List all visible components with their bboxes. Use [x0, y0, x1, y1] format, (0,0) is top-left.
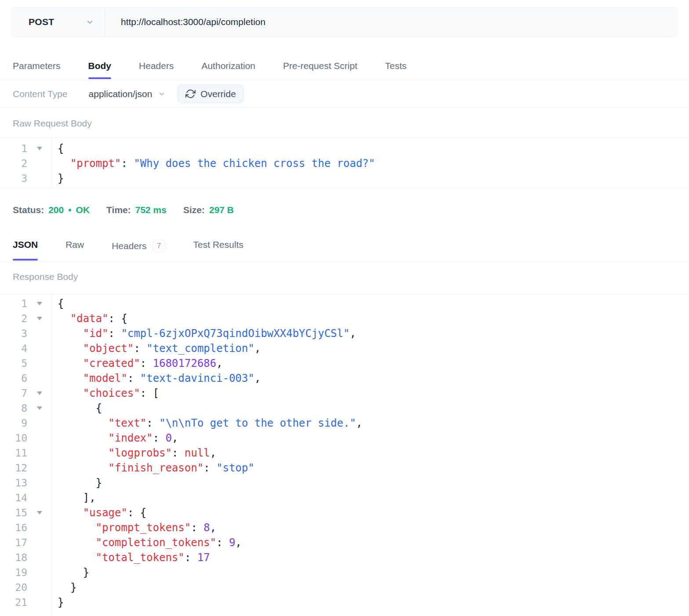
code-text: "total_tokens": 17 [51, 551, 210, 564]
tab-authorization[interactable]: Authorization [201, 37, 255, 80]
code-text: "usage": { [51, 507, 146, 519]
size-label: Size: [183, 205, 205, 215]
code-line: 16 "prompt_tokens": 8, [0, 520, 689, 535]
line-number: 10 [0, 432, 27, 444]
line-number: 2 [0, 313, 27, 324]
fold-slot [27, 147, 51, 150]
code-line: 17 "completion_tokens": 9, [0, 535, 689, 550]
tab-response-headers[interactable]: Headers 7 [112, 215, 165, 261]
line-number: 5 [0, 358, 27, 369]
line-number: 12 [0, 462, 27, 474]
url-input[interactable]: http://localhost:3000/api/completion [105, 17, 678, 27]
status-code: 200 [48, 205, 64, 215]
line-number: 21 [0, 597, 27, 608]
code-text: { [51, 142, 64, 155]
fold-slot [27, 406, 51, 410]
size-value: 297 B [209, 205, 234, 215]
code-line: 9 "text": "\n\nTo get to the other side.… [0, 416, 689, 431]
code-text: { [51, 402, 102, 414]
line-number: 14 [0, 492, 27, 504]
code-line: 20 } [0, 580, 689, 595]
tab-pre-request-script[interactable]: Pre-request Script [283, 37, 357, 80]
request-body-section-label: Raw Request Body [0, 108, 689, 137]
code-text: "index": 0, [51, 432, 178, 444]
fold-arrow-icon[interactable] [37, 406, 42, 410]
content-type-row: Content Type application/json Override [0, 80, 689, 108]
status-label: Status: [13, 205, 44, 215]
code-line: 15 "usage": { [0, 505, 689, 520]
code-line: 1{ [0, 141, 689, 156]
line-number: 9 [0, 417, 27, 429]
code-text: "model": "text-davinci-003", [51, 372, 261, 384]
fold-arrow-icon[interactable] [37, 391, 42, 395]
response-tabs: JSON Raw Headers 7 Test Results [0, 215, 689, 262]
status-dot: • [68, 205, 71, 215]
refresh-icon [185, 89, 196, 99]
method-label: POST [29, 17, 54, 27]
code-line: 3} [0, 171, 689, 186]
status-reason: OK [76, 205, 90, 215]
fold-arrow-icon[interactable] [37, 317, 42, 320]
request-body-editor[interactable]: 1{2 "prompt": "Why does the chicken cros… [0, 137, 689, 188]
line-number: 4 [0, 343, 27, 354]
content-type-value: application/json [89, 89, 152, 99]
fold-slot [27, 511, 51, 515]
code-text: "prompt": "Why does the chicken cross th… [51, 157, 375, 170]
code-line: 11 "logprobs": null, [0, 446, 689, 460]
code-line: 12 "finish_reason": "stop" [0, 460, 689, 475]
tab-body[interactable]: Body [88, 37, 112, 80]
code-line: 3 "id": "cmpl-6zjxOPxQ73qindOibwXX4bYCjy… [0, 326, 689, 341]
code-line: 8 { [0, 401, 689, 416]
time-group: Time: 752 ms [106, 205, 167, 215]
tab-parameters[interactable]: Parameters [13, 37, 61, 80]
line-number: 3 [0, 328, 27, 339]
code-text: "completion_tokens": 9, [51, 536, 242, 549]
code-text: "prompt_tokens": 8, [51, 522, 216, 534]
line-number: 16 [0, 522, 27, 533]
line-number: 20 [0, 582, 27, 593]
code-line: 18 "total_tokens": 17 [0, 550, 689, 565]
fold-slot [27, 302, 51, 305]
line-number: 19 [0, 567, 27, 578]
code-line: 7 "choices": [ [0, 386, 689, 401]
fold-arrow-icon[interactable] [37, 147, 42, 150]
code-text: ], [51, 492, 96, 504]
code-text: "created": 1680172686, [51, 357, 223, 370]
line-number: 17 [0, 537, 27, 548]
time-value: 752 ms [135, 205, 167, 215]
fold-arrow-icon[interactable] [37, 302, 42, 305]
method-select[interactable]: POST [11, 7, 105, 36]
tab-tests[interactable]: Tests [385, 37, 406, 80]
fold-slot [27, 317, 51, 320]
line-number: 2 [0, 158, 27, 169]
request-tabs: Parameters Body Headers Authorization Pr… [0, 37, 689, 80]
code-text: "text": "\n\nTo get to the other side.", [51, 417, 363, 429]
override-button[interactable]: Override [178, 84, 244, 103]
chevron-down-icon [86, 18, 94, 26]
code-text: "object": "text_completion", [51, 342, 261, 355]
code-text: } [51, 581, 76, 594]
tab-headers[interactable]: Headers [139, 37, 174, 80]
tab-json[interactable]: JSON [13, 215, 38, 261]
code-text: "finish_reason": "stop" [51, 462, 254, 474]
size-group: Size: 297 B [183, 205, 234, 215]
line-number: 13 [0, 477, 27, 489]
code-line: 2 "prompt": "Why does the chicken cross … [0, 156, 689, 171]
headers-count-badge: 7 [152, 239, 166, 253]
tab-test-results[interactable]: Test Results [193, 215, 243, 261]
tab-raw[interactable]: Raw [65, 215, 84, 261]
code-line: 1{ [0, 296, 689, 311]
code-line: 2 "data": { [0, 311, 689, 326]
code-line: 4 "object": "text_completion", [0, 341, 689, 356]
content-type-select[interactable]: application/json [89, 89, 166, 99]
fold-arrow-icon[interactable] [37, 511, 42, 515]
chevron-down-icon [158, 91, 165, 98]
code-line: 14 ], [0, 490, 689, 505]
request-url-bar: POST http://localhost:3000/api/completio… [11, 7, 678, 37]
line-number: 18 [0, 552, 27, 563]
line-number: 15 [0, 507, 27, 518]
code-line: 21} [0, 595, 689, 610]
response-body-editor[interactable]: 1{2 "data": {3 "id": "cmpl-6zjxOPxQ73qin… [0, 294, 689, 616]
code-line: 5 "created": 1680172686, [0, 356, 689, 371]
code-text: { [51, 297, 64, 310]
